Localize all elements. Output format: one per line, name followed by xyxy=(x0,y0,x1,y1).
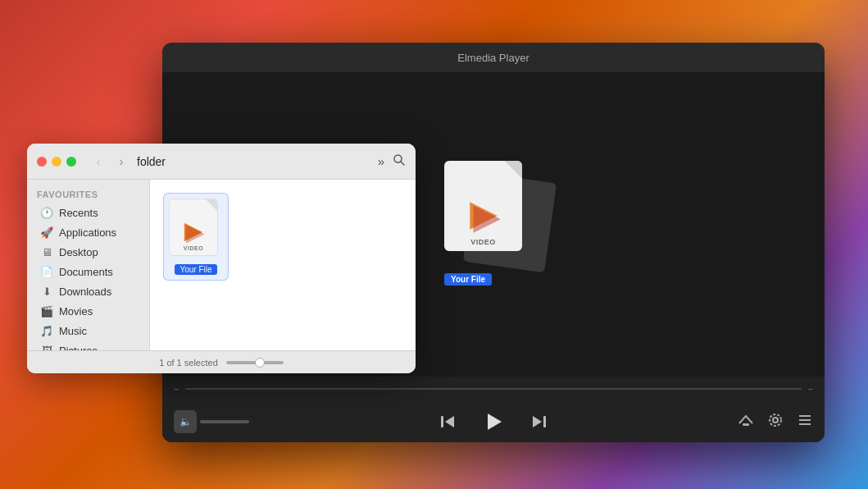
sidebar-label-desktop: Desktop xyxy=(59,246,98,258)
volume-slider[interactable] xyxy=(200,420,249,423)
svg-rect-7 xyxy=(743,423,749,426)
icon-size-slider[interactable] xyxy=(226,361,284,364)
svg-rect-5 xyxy=(543,416,546,427)
playlist-button[interactable] xyxy=(797,412,813,432)
file-name-badge: Your File xyxy=(175,264,216,275)
volume-section: 🔈 xyxy=(174,410,249,433)
finder-sidebar: Favourites 🕐 Recents 🚀 Applications 🖥 De… xyxy=(27,180,150,350)
file-type-label: VIDEO xyxy=(470,238,496,246)
play-icon xyxy=(482,410,505,433)
finder-window: ‹ › folder » Favourites 🕐 Recents 🚀 xyxy=(27,144,416,373)
controls-row: 🔈 xyxy=(162,401,825,442)
svg-point-9 xyxy=(770,414,781,426)
file-icon: VIDEO xyxy=(169,199,223,261)
selection-status: 1 of 1 selected xyxy=(159,358,218,368)
sidebar-item-pictures[interactable]: 🖼 Pictures xyxy=(30,341,146,350)
sidebar-item-movies[interactable]: 🎬 Movies xyxy=(30,302,146,321)
movies-icon: 🎬 xyxy=(40,305,53,318)
finder-statusbar: 1 of 1 selected xyxy=(27,350,416,373)
airplay-button[interactable] xyxy=(738,412,754,432)
svg-marker-1 xyxy=(473,205,500,232)
progress-time-right: − xyxy=(808,384,813,394)
elmedia-small-logo-icon xyxy=(180,219,207,245)
sidebar-label-downloads: Downloads xyxy=(59,286,111,298)
file-area: VIDEO Your File xyxy=(150,180,416,350)
svg-marker-6 xyxy=(533,416,542,427)
file-corner xyxy=(504,161,522,179)
skip-back-icon xyxy=(439,413,457,431)
file-body: VIDEO xyxy=(169,199,218,256)
play-button[interactable] xyxy=(480,409,507,435)
airplay-icon xyxy=(738,412,754,428)
center-controls xyxy=(249,409,738,435)
sidebar-label-music: Music xyxy=(59,325,87,337)
finder-actions: » xyxy=(378,153,406,169)
svg-rect-2 xyxy=(441,416,443,427)
player-file-label: Your File xyxy=(444,273,492,286)
progress-bar-area: − − xyxy=(162,377,825,401)
player-title: Elmedia Player xyxy=(457,52,529,64)
size-slider-thumb xyxy=(255,358,265,368)
desktop-icon: 🖥 xyxy=(40,246,53,258)
gear-icon xyxy=(767,412,784,428)
finder-titlebar: ‹ › folder » xyxy=(27,144,416,180)
elmedia-logo-icon xyxy=(463,195,504,236)
sidebar-item-music[interactable]: 🎵 Music xyxy=(30,322,146,340)
search-button[interactable] xyxy=(393,153,406,169)
file-item[interactable]: VIDEO Your File xyxy=(163,193,229,281)
minimize-button[interactable] xyxy=(52,157,61,167)
volume-button[interactable]: 🔈 xyxy=(174,410,197,433)
file-icon-main: VIDEO xyxy=(444,161,522,251)
sidebar-label-applications: Applications xyxy=(59,226,116,239)
forward-button[interactable]: › xyxy=(112,153,130,171)
sidebar-item-applications[interactable]: 🚀 Applications xyxy=(30,223,146,242)
prev-button[interactable] xyxy=(434,409,461,435)
traffic-lights xyxy=(37,157,76,167)
file-fold-corner xyxy=(206,199,217,211)
settings-button[interactable] xyxy=(767,412,784,432)
svg-marker-4 xyxy=(488,414,502,430)
maximize-button[interactable] xyxy=(66,157,76,167)
favourites-label: Favourites xyxy=(27,188,149,203)
file-type-small: VIDEO xyxy=(184,245,203,251)
player-titlebar: Elmedia Player xyxy=(162,43,825,72)
playlist-icon xyxy=(797,412,813,428)
music-icon: 🎵 xyxy=(40,325,53,337)
right-controls xyxy=(738,412,813,432)
finder-nav: ‹ › xyxy=(89,153,130,171)
file-grid: VIDEO Your File xyxy=(163,193,402,337)
player-controls: − − 🔈 xyxy=(162,377,825,442)
sidebar-label-pictures: Pictures xyxy=(59,345,98,350)
file-icon-large: VIDEO Your File xyxy=(444,161,543,267)
sidebar-item-downloads[interactable]: ⬇ Downloads xyxy=(30,282,146,301)
svg-point-8 xyxy=(773,418,778,423)
finder-path: folder xyxy=(137,155,166,168)
skip-forward-icon xyxy=(530,413,548,431)
applications-icon: 🚀 xyxy=(40,226,53,239)
more-views-button[interactable]: » xyxy=(378,154,384,168)
svg-line-14 xyxy=(401,162,404,165)
player-file-icon: VIDEO Your File xyxy=(444,161,543,267)
sidebar-label-documents: Documents xyxy=(59,266,113,278)
search-icon xyxy=(393,153,406,167)
downloads-icon: ⬇ xyxy=(40,286,53,298)
svg-marker-3 xyxy=(445,416,454,427)
sidebar-item-documents[interactable]: 📄 Documents xyxy=(30,263,146,281)
finder-body: Favourites 🕐 Recents 🚀 Applications 🖥 De… xyxy=(27,180,416,350)
sidebar-label-movies: Movies xyxy=(59,305,93,318)
recents-icon: 🕐 xyxy=(40,207,53,219)
pictures-icon: 🖼 xyxy=(40,345,53,350)
close-button[interactable] xyxy=(37,157,47,167)
svg-marker-16 xyxy=(186,225,204,243)
sidebar-item-desktop[interactable]: 🖥 Desktop xyxy=(30,243,146,262)
progress-track[interactable] xyxy=(185,388,801,390)
volume-icon: 🔈 xyxy=(180,416,192,427)
back-button[interactable]: ‹ xyxy=(89,153,107,171)
next-button[interactable] xyxy=(526,409,552,435)
sidebar-item-recents[interactable]: 🕐 Recents xyxy=(30,203,146,222)
sidebar-label-recents: Recents xyxy=(59,207,98,219)
documents-icon: 📄 xyxy=(40,266,53,278)
progress-time-left: − xyxy=(174,384,179,394)
